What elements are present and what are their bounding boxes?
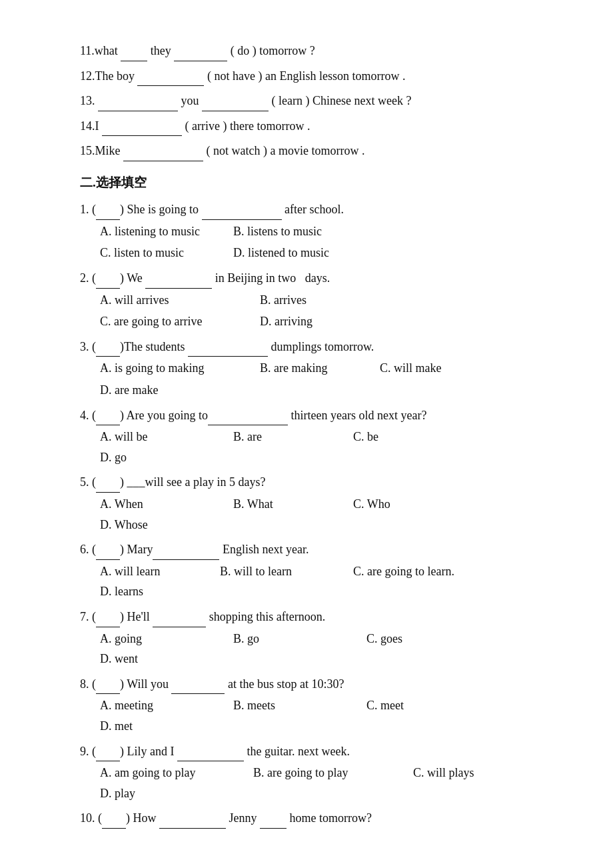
mc-q8-optD: D. met bbox=[100, 716, 207, 737]
mc-q7-options: A. going B. go C. goes D. went bbox=[100, 629, 546, 669]
mc-q4-optB: B. are bbox=[233, 427, 326, 447]
mc-q3-optB: B. are making bbox=[260, 358, 353, 379]
question-14: 14.I ( arrive ) there tomorrow . bbox=[80, 115, 546, 137]
mc-q1-optC: C. listen to music bbox=[100, 243, 207, 263]
q13-blank2 bbox=[202, 90, 269, 111]
mc-q9-optC: C. will plays bbox=[413, 763, 500, 783]
mc-q6-optC: C. are going to learn. bbox=[353, 561, 486, 582]
mc-q9-options: A. am going to play B. are going to play… bbox=[100, 763, 546, 803]
mc-q3-row1: A. is going to making B. are making C. w… bbox=[100, 358, 546, 379]
mc-q8-optC: C. meet bbox=[366, 695, 446, 716]
q14-blank1 bbox=[102, 115, 182, 137]
mc-q8-optB: B. meets bbox=[233, 695, 340, 716]
mc-q5-row1: A. When B. What C. Who D. Whose bbox=[100, 494, 546, 535]
mc-q4-row1: A. will be B. are C. be D. go bbox=[100, 427, 546, 467]
mc-question-4: 4. ( ) Are you going to thirteen years o… bbox=[80, 405, 546, 468]
mc-q5-optC: C. Who bbox=[353, 494, 433, 515]
q11-num: 11.what bbox=[80, 44, 118, 57]
mc-q2-main: 2. ( ) We in Beijing in two days. bbox=[80, 267, 546, 289]
mc-q6-optA: A. will learn bbox=[100, 561, 193, 582]
mc-q5-optA: A. When bbox=[100, 494, 207, 515]
mc-q10-main: 10. ( ) How Jenny home tomorrow? bbox=[80, 807, 546, 829]
mc-q6-row1: A. will learn B. will to learn C. are go… bbox=[100, 561, 546, 602]
q13-mid: you bbox=[181, 94, 203, 107]
q15-num: 15.Mike bbox=[80, 144, 123, 157]
question-13: 13. you ( learn ) Chinese next week ? bbox=[80, 90, 546, 111]
mc-q4-optA: A. will be bbox=[100, 427, 207, 447]
mc-q5-optB: B. What bbox=[233, 494, 326, 515]
mc-q2-row1: A. will arrives B. arrives bbox=[100, 290, 546, 311]
q11-blank1 bbox=[121, 40, 147, 61]
q12-num: 12.The boy bbox=[80, 69, 137, 83]
mc-q7-row1: A. going B. go C. goes D. went bbox=[100, 629, 546, 669]
mc-q7-optA: A. going bbox=[100, 629, 207, 649]
mc-question-6: 6. ( ) Mary English next year. A. will l… bbox=[80, 539, 546, 602]
mc-q5-options: A. When B. What C. Who D. Whose bbox=[100, 494, 546, 535]
mc-q6-options: A. will learn B. will to learn C. are go… bbox=[100, 561, 546, 602]
q14-num: 14.I bbox=[80, 119, 102, 133]
mc-q9-row1: A. am going to play B. are going to play… bbox=[100, 763, 546, 803]
mc-question-5: 5. ( ) ___will see a play in 5 days? A. … bbox=[80, 471, 546, 535]
mc-q2-optB: B. arrives bbox=[260, 290, 366, 311]
q13-num: 13. bbox=[80, 94, 95, 107]
mc-q8-optA: A. meeting bbox=[100, 695, 207, 716]
mc-q3-optA: A. is going to making bbox=[100, 358, 233, 379]
mc-question-8: 8. ( ) Will you at the bus stop at 10:30… bbox=[80, 673, 546, 737]
mc-q1-main: 1. ( ) She is going to after school. bbox=[80, 199, 546, 220]
question-11: 11.what they ( do ) tomorrow ? bbox=[80, 40, 546, 61]
mc-q1-optD: D. listened to music bbox=[233, 243, 340, 263]
mc-q1-optA: A. listening to music bbox=[100, 221, 207, 242]
part1-section: 11.what they ( do ) tomorrow ? 12.The bo… bbox=[80, 40, 546, 161]
mc-q8-options: A. meeting B. meets C. meet D. met bbox=[100, 695, 546, 736]
mc-question-7: 7. ( ) He'll shopping this afternoon. A.… bbox=[80, 606, 546, 669]
mc-q3-row2: D. are make bbox=[100, 380, 546, 401]
mc-q4-optD: D. go bbox=[100, 447, 207, 468]
mc-q3-options: A. is going to making B. are making C. w… bbox=[100, 358, 546, 400]
mc-question-2: 2. ( ) We in Beijing in two days. A. wil… bbox=[80, 267, 546, 332]
mc-q3-optD: D. are make bbox=[100, 380, 207, 401]
mc-q6-optB: B. will to learn bbox=[220, 561, 326, 582]
question-12: 12.The boy ( not have ) an English lesso… bbox=[80, 65, 546, 87]
mc-q2-optD: D. arriving bbox=[260, 311, 366, 332]
mc-q7-optC: C. goes bbox=[366, 629, 446, 649]
q12-blank1 bbox=[137, 65, 204, 87]
mc-q9-main: 9. ( ) Lily and I the guitar. next week. bbox=[80, 741, 546, 762]
mc-q4-main: 4. ( ) Are you going to thirteen years o… bbox=[80, 405, 546, 426]
q13-blank1 bbox=[98, 90, 178, 111]
mc-q9-optA: A. am going to play bbox=[100, 763, 227, 783]
mc-question-9: 9. ( ) Lily and I the guitar. next week.… bbox=[80, 741, 546, 804]
q11-blank2 bbox=[174, 40, 227, 61]
mc-q2-row2: C. are going to arrive D. arriving bbox=[100, 311, 546, 332]
mc-q7-main: 7. ( ) He'll shopping this afternoon. bbox=[80, 606, 546, 627]
mc-question-1: 1. ( ) She is going to after school. A. … bbox=[80, 199, 546, 263]
mc-q7-optD: D. went bbox=[100, 649, 207, 669]
part2-section: 1. ( ) She is going to after school. A. … bbox=[80, 199, 546, 829]
mc-q3-main: 3. ( )The students dumplings tomorrow. bbox=[80, 336, 546, 357]
question-15: 15.Mike ( not watch ) a movie tomorrow . bbox=[80, 140, 546, 161]
mc-q4-options: A. will be B. are C. be D. go bbox=[100, 427, 546, 467]
q13-after: ( learn ) Chinese next week ? bbox=[272, 94, 412, 107]
mc-q8-main: 8. ( ) Will you at the bus stop at 10:30… bbox=[80, 673, 546, 695]
mc-q3-optC: C. will make bbox=[380, 358, 486, 379]
mc-q2-optC: C. are going to arrive bbox=[100, 311, 233, 332]
mc-q4-optC: C. be bbox=[353, 427, 433, 447]
mc-q9-optB: B. are going to play bbox=[253, 763, 386, 783]
mc-q8-row1: A. meeting B. meets C. meet D. met bbox=[100, 695, 546, 736]
q11-mid: they bbox=[151, 44, 175, 57]
mc-q2-options: A. will arrives B. arrives C. are going … bbox=[100, 290, 546, 332]
mc-q6-main: 6. ( ) Mary English next year. bbox=[80, 539, 546, 560]
mc-question-3: 3. ( )The students dumplings tomorrow. A… bbox=[80, 336, 546, 401]
mc-question-10: 10. ( ) How Jenny home tomorrow? bbox=[80, 807, 546, 829]
mc-q5-optD: D. Whose bbox=[100, 515, 207, 535]
mc-q1-optB: B. listens to music bbox=[233, 221, 340, 242]
mc-q1-options: A. listening to music B. listens to musi… bbox=[100, 221, 546, 263]
mc-q1-row2: C. listen to music D. listened to music bbox=[100, 243, 546, 263]
mc-q7-optB: B. go bbox=[233, 629, 340, 649]
q12-after: ( not have ) an English lesson tomorrow … bbox=[207, 69, 405, 83]
mc-q6-optD: D. learns bbox=[100, 581, 207, 602]
section2-title: 二.选择填空 bbox=[80, 172, 546, 193]
mc-q2-optA: A. will arrives bbox=[100, 290, 233, 311]
q15-blank1 bbox=[123, 140, 203, 161]
q11-after: ( do ) tomorrow ? bbox=[231, 44, 315, 57]
mc-q9-optD: D. play bbox=[100, 783, 207, 804]
